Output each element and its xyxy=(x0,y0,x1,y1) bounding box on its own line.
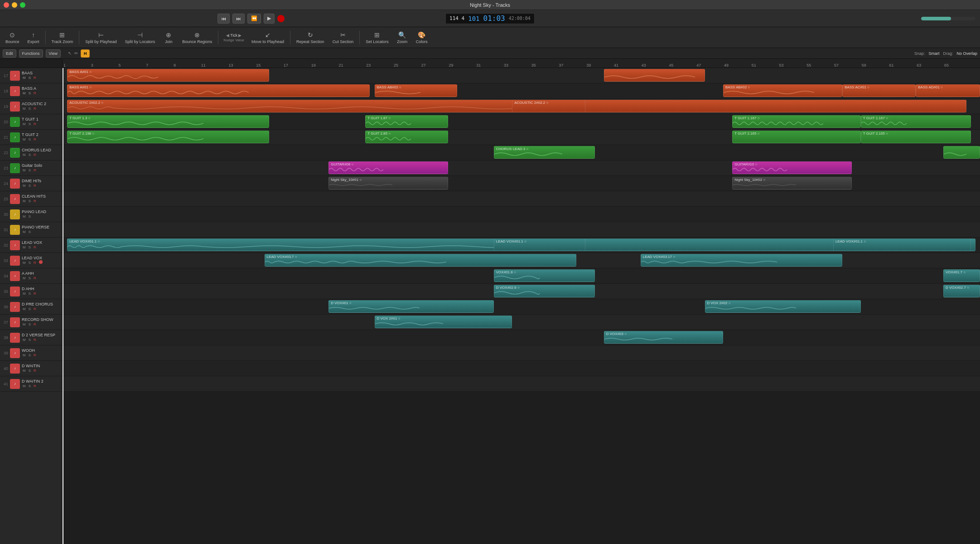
track-icon-25[interactable]: ♪ xyxy=(10,194,20,204)
lane-39[interactable] xyxy=(63,345,980,361)
mute-38[interactable]: M xyxy=(22,337,27,342)
track-icon-36[interactable]: ♪ xyxy=(10,302,20,312)
rec-17[interactable]: R xyxy=(33,75,37,80)
mute-21[interactable]: M xyxy=(22,137,27,142)
bounce-button[interactable]: ⊙ Bounce xyxy=(2,29,23,47)
pointer-tool[interactable]: ↖ xyxy=(68,51,72,56)
lane-34[interactable]: VOX#01.8 ○ VOX#01.7 ○ xyxy=(63,268,980,284)
lane-24[interactable]: Night Sky_10#01 ○ Night Sky_10#02 ○ xyxy=(63,176,980,191)
lane-18[interactable]: BASS A#01 ○ BASS AB#02 ○ BASS AB#02 ○ BA… xyxy=(63,83,980,99)
lane-38[interactable]: D VOX#03 ○ xyxy=(63,330,980,345)
lane-30[interactable] xyxy=(63,207,980,222)
region-dh1[interactable]: Night Sky_10#01 ○ xyxy=(328,177,448,189)
mute-19[interactable]: M xyxy=(22,106,27,111)
mute-36[interactable]: M xyxy=(22,306,27,311)
region-lv2-1[interactable]: LEAD VOX#03.7 ○ xyxy=(265,254,577,267)
rec-32[interactable]: R xyxy=(33,245,37,250)
solo-17[interactable]: S xyxy=(28,75,32,80)
track-icon-38[interactable]: ♪ xyxy=(10,333,20,343)
mute-22[interactable]: M xyxy=(22,152,27,157)
lane-17[interactable]: BASS A#01 ○ xyxy=(63,68,980,83)
region-bassa2[interactable]: BASS AB#02 ○ xyxy=(375,84,457,97)
region-dh2[interactable]: Night Sky_10#02 ○ xyxy=(732,177,851,189)
rec-22[interactable]: R xyxy=(33,152,37,157)
region-tg2-4[interactable]: T GUIT 2.165 ○ xyxy=(861,131,971,143)
solo-38[interactable]: S xyxy=(28,337,32,342)
mute-31[interactable]: M xyxy=(22,229,27,234)
lane-33[interactable]: LEAD VOX#03.7 ○ LEAD VOX#03.17 ○ xyxy=(63,253,980,268)
rewind-button[interactable]: ⏮ xyxy=(217,14,230,24)
mute-33[interactable]: M xyxy=(22,260,27,265)
pencil-tool[interactable]: ✏ xyxy=(74,51,78,56)
region-gs2[interactable]: GUITAR#10 ○ xyxy=(732,161,851,174)
lane-19[interactable]: ACOUSTIC 2#02.2 ○ ACOUSTIC 2#02.2 ○ xyxy=(63,99,980,114)
mute-41[interactable]: M xyxy=(22,384,27,389)
solo-34[interactable]: S xyxy=(28,276,32,281)
solo-36[interactable]: S xyxy=(28,306,32,311)
fast-forward-button[interactable]: ⏭ xyxy=(232,14,245,24)
lane-31[interactable] xyxy=(63,222,980,238)
rec-18[interactable]: R xyxy=(33,91,37,96)
region-baas1[interactable]: BASS A#01 ○ xyxy=(67,69,269,82)
solo-39[interactable]: S xyxy=(28,353,32,358)
region-bassa5[interactable]: BASS AD#01 ○ xyxy=(916,84,980,97)
solo-24[interactable]: S xyxy=(28,183,32,188)
colors-button[interactable]: 🎨 Colors xyxy=(412,29,431,47)
rec-35[interactable]: R xyxy=(33,291,37,296)
solo-31[interactable]: S xyxy=(28,229,32,234)
cut-section-button[interactable]: ✂ Cut Section xyxy=(329,29,357,47)
split-locators-button[interactable]: ⊣ Split by Locators xyxy=(121,29,159,47)
repeat-section-button[interactable]: ↻ Repeat Section xyxy=(293,29,328,47)
solo-20[interactable]: S xyxy=(28,121,32,126)
region-d2vr1[interactable]: D VOX#03 ○ xyxy=(604,331,723,344)
region-dahh2[interactable]: D VOX#02.7 ○ xyxy=(943,285,980,297)
export-button[interactable]: ↑ Export xyxy=(24,29,43,47)
lane-32[interactable]: LEAD VOX#01.1 ○ LEAD VOX#01.1 ○ LEAD VOX… xyxy=(63,238,980,253)
track-icon-34[interactable]: ♪ xyxy=(10,271,20,281)
lane-23[interactable]: GUITAR#08 ○ GUITAR#10 ○ xyxy=(63,160,980,176)
track-icon-20[interactable]: ♪ xyxy=(10,117,20,127)
view-menu-button[interactable]: View xyxy=(46,49,61,58)
track-icon-18[interactable]: ♪ xyxy=(10,86,20,96)
solo-37[interactable]: S xyxy=(28,322,32,327)
track-icon-37[interactable]: ♪ xyxy=(10,317,20,327)
lane-41[interactable] xyxy=(63,376,980,392)
region-tg2-2[interactable]: T GUIT 2.85 ○ xyxy=(365,131,448,143)
track-icon-30[interactable]: ♪ xyxy=(10,209,20,219)
region-baas2[interactable] xyxy=(604,69,705,82)
lane-36[interactable]: D VOX#01 ○ D VOX 2#02 ○ xyxy=(63,299,980,315)
join-button[interactable]: ⊕ Join xyxy=(159,29,178,47)
solo-33[interactable]: S xyxy=(28,260,32,265)
lane-22[interactable]: CHORUS LEAD.3 ○ xyxy=(63,145,980,160)
rec-19[interactable]: R xyxy=(33,106,37,111)
minimize-button[interactable] xyxy=(12,2,17,8)
track-icon-41[interactable]: ♪ xyxy=(10,379,20,389)
solo-21[interactable]: S xyxy=(28,137,32,142)
region-aahh1[interactable]: VOX#01.8 ○ xyxy=(494,269,595,282)
mute-23[interactable]: M xyxy=(22,168,27,173)
region-dpc2[interactable]: D VOX 2#02 ○ xyxy=(705,300,861,313)
region-tg1-3[interactable]: T GUIT 1.167 ○ xyxy=(732,115,861,128)
rec-20[interactable]: R xyxy=(33,121,37,126)
track-icon-39[interactable]: ♪ xyxy=(10,348,20,358)
rec-38[interactable]: R xyxy=(33,337,37,342)
mute-30[interactable]: M xyxy=(22,214,27,219)
solo-41[interactable]: S xyxy=(28,384,32,389)
solo-23[interactable]: S xyxy=(28,168,32,173)
lane-25[interactable] xyxy=(63,191,980,207)
close-button[interactable] xyxy=(4,2,9,8)
track-icon-33[interactable]: ♪ xyxy=(10,256,20,266)
track-icon-35[interactable]: ♪ xyxy=(10,287,20,296)
edit-menu-button[interactable]: Edit xyxy=(3,49,16,58)
solo-32[interactable]: S xyxy=(28,245,32,250)
lane-20[interactable]: T GUIT 1.3 ○ T GUIT 1.87 ○ T GUIT 1.167 … xyxy=(63,114,980,130)
region-tg2-1[interactable]: T GUIT 2.198 ○ xyxy=(67,131,269,143)
solo-25[interactable]: S xyxy=(28,199,32,204)
rec-24[interactable]: R xyxy=(33,183,37,188)
solo-35[interactable]: S xyxy=(28,291,32,296)
rec-33[interactable]: R xyxy=(33,260,37,265)
record-button[interactable] xyxy=(277,15,285,22)
track-icon-22[interactable]: ♪ xyxy=(10,148,20,158)
rec-34[interactable]: R xyxy=(33,276,37,281)
region-lv3[interactable]: LEAD VOX#01.1 ○ xyxy=(833,238,971,251)
